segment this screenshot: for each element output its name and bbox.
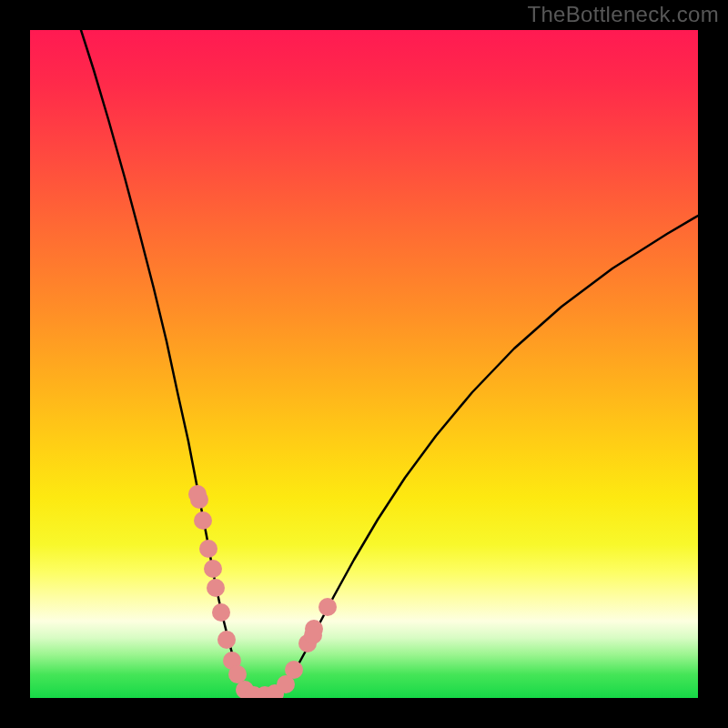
curve-right-branch: [278, 216, 698, 696]
left-bead: [199, 540, 217, 558]
watermark-text: TheBottleneck.com: [527, 2, 719, 27]
right-bead: [304, 626, 322, 644]
curve-plot: [30, 30, 698, 698]
left-bead: [188, 485, 207, 503]
right-bead: [318, 598, 337, 616]
curve-left-branch: [81, 30, 250, 696]
left-bead: [212, 603, 230, 622]
beads-group: [188, 485, 337, 698]
plot-area: [30, 30, 698, 698]
left-bead: [217, 631, 236, 649]
right-bead: [285, 661, 303, 679]
curve-group: [81, 30, 698, 698]
left-bead: [228, 665, 247, 683]
left-bead: [194, 511, 212, 530]
left-bead: [207, 579, 225, 597]
left-bead: [204, 560, 222, 578]
